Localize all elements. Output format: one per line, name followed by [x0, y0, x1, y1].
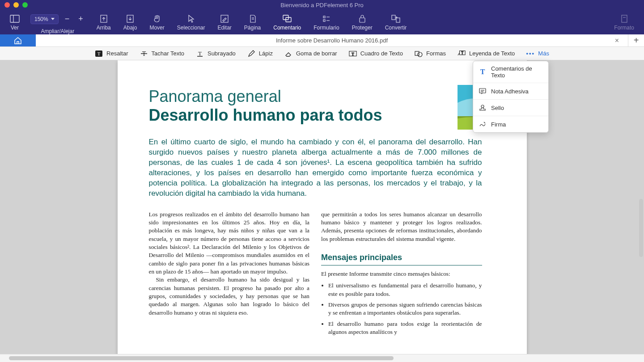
close-tab-button[interactable]: × — [615, 37, 619, 45]
seleccionar-button[interactable]: Seleccionar — [171, 10, 212, 34]
svg-text:T: T — [97, 51, 101, 56]
tabbar: Informe sobre Desarrollo Humano 2016.pdf… — [0, 34, 644, 47]
bullet-3: El desarrollo humano para todos exige la… — [328, 320, 482, 337]
callout-icon: T — [458, 50, 466, 58]
zoom-label: Ampliar/Alejar — [41, 28, 75, 34]
highlight-icon: T — [95, 50, 103, 58]
comentario-label: Comentario — [273, 25, 301, 31]
main-toolbar: Ver 150% − + Ampliar/Alejar Arriba Abajo… — [0, 10, 644, 34]
subrayado-button[interactable]: T Subrayado — [196, 50, 236, 58]
leyenda-label: Leyenda de Texto — [469, 50, 515, 57]
home-tab[interactable] — [0, 34, 36, 46]
minimize-window-button[interactable] — [13, 2, 19, 8]
bullet-1: El universalismo es fundamental para el … — [328, 282, 482, 298]
cuadro-label: Cuadro de Texto — [360, 50, 403, 57]
dropdown-sello[interactable]: Sello — [473, 100, 548, 116]
mover-button[interactable]: Mover — [143, 10, 170, 34]
home-icon — [13, 37, 22, 45]
dropdown-sello-label: Sello — [491, 105, 504, 111]
doc-columns: Los progresos realizados en el ámbito de… — [149, 210, 482, 339]
horizontal-scroll-thumb[interactable] — [9, 356, 394, 360]
dropdown-comentarios[interactable]: T Comentarios de Texto — [473, 61, 548, 83]
arriba-button[interactable]: Arriba — [90, 10, 117, 34]
convertir-button[interactable]: Convertir — [379, 10, 413, 34]
app-title: Bienvenido a PDFelement 6 Pro — [280, 2, 364, 8]
document-tab[interactable]: Informe sobre Desarrollo Humano 2016.pdf… — [36, 34, 628, 46]
resaltar-label: Resaltar — [106, 50, 128, 57]
svg-rect-9 — [323, 16, 325, 18]
sticky-note-icon — [479, 87, 487, 95]
dropdown-firma[interactable]: Firma — [473, 116, 548, 132]
more-icon: ••• — [526, 50, 534, 58]
proteger-button[interactable]: Proteger — [346, 10, 379, 34]
titlebar: Bienvenido a PDFelement 6 Pro — [0, 0, 644, 10]
lapiz-label: Lápiz — [259, 50, 273, 57]
doc-h2: Desarrollo humano para todos — [149, 106, 482, 125]
doc-col2: que permitirán a todos los seres humanos… — [321, 210, 482, 339]
resaltar-button[interactable]: T Resaltar — [95, 50, 128, 58]
formato-label: Formato — [614, 25, 634, 31]
page-icon — [249, 14, 257, 24]
comentario-button[interactable]: Comentario — [267, 10, 307, 34]
abajo-button[interactable]: Abajo — [117, 10, 144, 34]
zoom-in-button[interactable]: + — [76, 14, 86, 24]
editar-button[interactable]: Editar — [212, 10, 238, 34]
formulario-button[interactable]: Formulario — [307, 10, 345, 34]
vertical-scroll-thumb[interactable] — [639, 199, 643, 257]
zoom-out-button[interactable]: − — [62, 14, 72, 24]
stamp-icon — [479, 104, 487, 112]
doc-h1: Panorama general — [149, 87, 482, 106]
hand-icon — [153, 14, 161, 24]
dropdown-firma-label: Firma — [491, 121, 506, 128]
lapiz-button[interactable]: Lápiz — [247, 50, 273, 58]
doc-col1: Los progresos realizados en el ámbito de… — [149, 210, 310, 339]
pdf-page: Panorama general Desarrollo humano para … — [118, 60, 527, 354]
editar-label: Editar — [218, 25, 232, 31]
page-down-icon — [126, 14, 134, 24]
svg-rect-14 — [392, 15, 395, 20]
text-comment-icon: T — [479, 68, 487, 76]
ver-button[interactable]: Ver — [4, 10, 26, 34]
dropdown-nota[interactable]: Nota Adhesiva — [473, 83, 548, 100]
horizontal-scrollbar[interactable] — [0, 354, 644, 362]
abajo-label: Abajo — [123, 25, 137, 31]
pagina-button[interactable]: Página — [238, 10, 267, 34]
document-tab-label: Informe sobre Desarrollo Humano 2016.pdf — [276, 37, 388, 44]
col2-bullets: El universalismo es fundamental para el … — [321, 282, 482, 336]
subrayado-label: Subrayado — [208, 50, 236, 57]
chevron-down-icon — [51, 18, 55, 20]
goma-button[interactable]: Goma de borrar — [284, 50, 337, 58]
mas-label: Más — [538, 50, 549, 57]
svg-point-27 — [418, 52, 422, 57]
doc-intro: En el último cuarto de siglo, el mundo h… — [149, 137, 482, 199]
cursor-icon — [187, 14, 195, 24]
formas-button[interactable]: Formas — [415, 50, 446, 58]
close-window-button[interactable] — [4, 2, 10, 8]
seleccionar-label: Seleccionar — [177, 25, 205, 31]
pagina-label: Página — [244, 25, 261, 31]
col2-p1: que permitirán a todos los seres humanos… — [321, 210, 482, 243]
svg-rect-15 — [396, 18, 400, 22]
formas-label: Formas — [426, 50, 446, 57]
mas-button[interactable]: ••• Más — [526, 50, 549, 58]
arriba-label: Arriba — [97, 25, 111, 31]
formulario-label: Formulario — [314, 25, 339, 31]
add-tab-button[interactable]: + — [628, 34, 644, 46]
maximize-window-button[interactable] — [22, 2, 28, 8]
col1-p2: Sin embargo, el desarrollo humano ha sid… — [149, 276, 310, 317]
leyenda-button[interactable]: T Leyenda de Texto — [458, 50, 515, 58]
convertir-label: Convertir — [385, 25, 407, 31]
shapes-icon — [415, 50, 423, 58]
formato-button[interactable]: Formato — [608, 10, 640, 34]
svg-text:T: T — [352, 51, 354, 56]
form-icon — [322, 14, 331, 24]
cuadro-button[interactable]: T Cuadro de Texto — [349, 50, 403, 58]
comment-icon — [282, 14, 292, 24]
goma-label: Goma de borrar — [296, 50, 337, 57]
svg-rect-10 — [323, 20, 325, 21]
zoom-select[interactable]: 150% — [30, 14, 59, 24]
tachar-button[interactable]: T Tachar Texto — [140, 50, 184, 58]
svg-rect-13 — [360, 18, 365, 22]
eraser-icon — [284, 50, 292, 58]
strikethrough-icon: T — [140, 50, 148, 58]
